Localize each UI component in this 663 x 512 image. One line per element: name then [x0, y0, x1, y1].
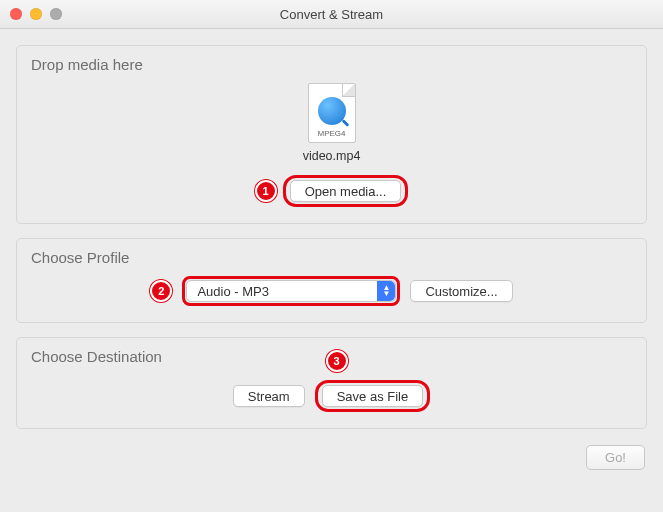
save-as-file-button[interactable]: Save as File — [322, 385, 424, 407]
profile-section: Choose Profile 2 Audio - MP3 ▲▼ Customiz… — [16, 238, 647, 323]
quicktime-icon — [318, 97, 346, 125]
window-title: Convert & Stream — [0, 7, 663, 22]
drop-area[interactable]: MPEG4 video.mp4 — [31, 83, 632, 163]
media-codec-label: MPEG4 — [317, 129, 345, 138]
annotation-badge-3: 3 — [326, 350, 348, 372]
zoom-window-button — [50, 8, 62, 20]
titlebar: Convert & Stream — [0, 0, 663, 29]
drop-media-title: Drop media here — [31, 56, 632, 73]
media-file-name: video.mp4 — [303, 149, 361, 163]
drop-media-section: Drop media here MPEG4 video.mp4 1 Open m… — [16, 45, 647, 224]
destination-title: Choose Destination — [31, 348, 162, 365]
close-window-button[interactable] — [10, 8, 22, 20]
customize-button[interactable]: Customize... — [410, 280, 512, 302]
go-button[interactable]: Go! — [586, 445, 645, 470]
profile-select-value: Audio - MP3 — [197, 284, 269, 299]
destination-section: Choose Destination 3 Stream Save as File — [16, 337, 647, 429]
annotation-badge-2: 2 — [150, 280, 172, 302]
stream-button[interactable]: Stream — [233, 385, 305, 407]
profile-select[interactable]: Audio - MP3 ▲▼ — [186, 280, 396, 302]
annotation-badge-1: 1 — [255, 180, 277, 202]
window-controls — [0, 8, 62, 20]
annotation-ring-1: Open media... — [283, 175, 409, 207]
annotation-ring-2: Audio - MP3 ▲▼ — [182, 276, 400, 306]
annotation-ring-3: Save as File — [315, 380, 431, 412]
media-file-icon: MPEG4 — [308, 83, 356, 143]
updown-icon: ▲▼ — [377, 281, 395, 301]
minimize-window-button[interactable] — [30, 8, 42, 20]
open-media-button[interactable]: Open media... — [290, 180, 402, 202]
profile-title: Choose Profile — [31, 249, 632, 266]
